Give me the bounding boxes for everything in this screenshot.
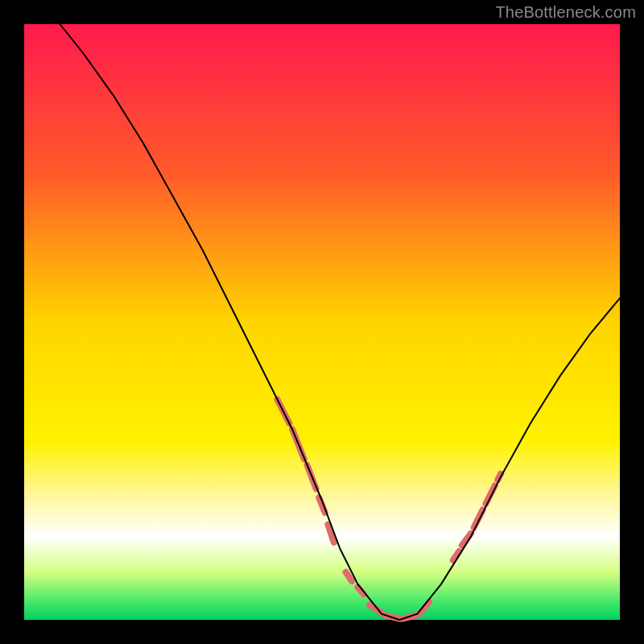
watermark-text: TheBottleneck.com — [495, 3, 636, 22]
plot-background — [24, 24, 620, 620]
chart-canvas — [0, 0, 644, 644]
bottleneck-chart: TheBottleneck.com — [0, 0, 644, 644]
